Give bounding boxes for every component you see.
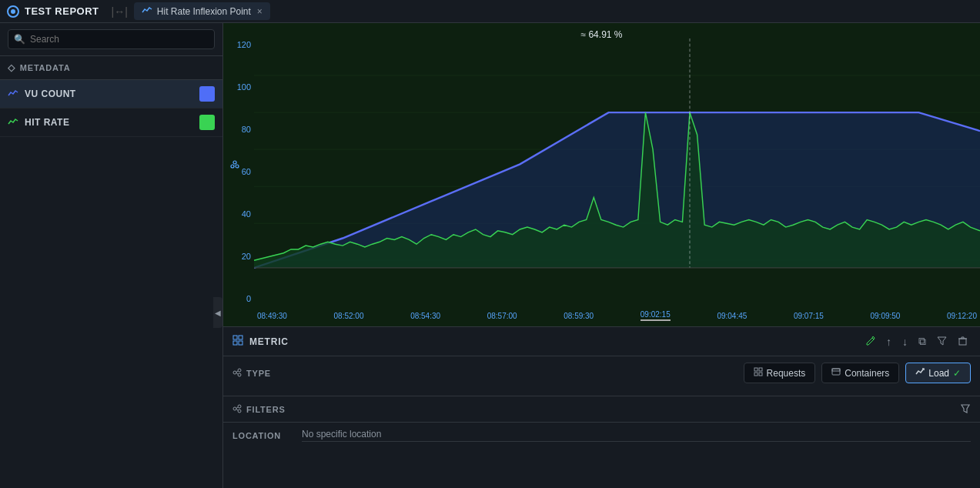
- hit-rate-icon: [8, 116, 18, 129]
- logo-icon: [6, 5, 20, 18]
- svg-point-22: [233, 371, 236, 374]
- requests-btn-label: Requests: [767, 368, 806, 379]
- x-axis: 08:49:30 08:52:00 08:54:30 08:57:00 08:5…: [254, 305, 980, 326]
- x-label-6: 09:04:45: [717, 312, 747, 320]
- chart-area: ≈ 64.91 % 0 20 40 60 80 100 120: [223, 23, 980, 488]
- x-label-5: 09:02:15: [641, 310, 671, 321]
- metadata-label: METADATA: [20, 63, 71, 72]
- sidebar-bottom: ◀: [0, 137, 222, 488]
- panel-type-section: TYPE Requests Con: [223, 356, 980, 396]
- chart-svg-wrapper: [254, 38, 980, 305]
- collapse-handle[interactable]: ◀: [213, 297, 222, 328]
- svg-rect-17: [233, 341, 237, 345]
- panel-metric-label: METRIC: [249, 336, 289, 347]
- metric-icon: [232, 335, 243, 348]
- filter-right-icon[interactable]: [960, 403, 971, 416]
- panel-type-label: TYPE: [246, 369, 271, 378]
- copy-icon[interactable]: ⧉: [915, 333, 929, 349]
- load-check-icon: ✓: [953, 368, 961, 379]
- svg-rect-15: [233, 336, 237, 339]
- requests-btn-icon: [754, 367, 763, 379]
- metadata-icon: ◇: [8, 62, 15, 73]
- svg-rect-29: [754, 373, 758, 376]
- vu-count-label: VU COUNT: [25, 89, 199, 99]
- panel-icon-group: ↑ ↓ ⧉: [862, 333, 971, 349]
- download-icon[interactable]: ↓: [899, 334, 911, 349]
- filters-label: FILTERS: [246, 405, 286, 414]
- panel-type-title: TYPE: [232, 368, 271, 379]
- tab-label: Hit Rate Inflexion Point: [157, 6, 251, 17]
- sidebar: 🔍 ◇ METADATA VU COUNT HIT RATE: [0, 23, 223, 488]
- svg-point-23: [238, 369, 241, 372]
- sidebar-item-metadata[interactable]: ◇ METADATA: [0, 56, 222, 80]
- tab-icon: [142, 5, 152, 18]
- panel-type-header: TYPE Requests Con: [232, 363, 971, 383]
- bottom-panel: METRIC ↑ ↓ ⧉: [223, 326, 980, 488]
- svg-line-26: [236, 373, 238, 374]
- hit-rate-label: HIT RATE: [25, 117, 199, 128]
- header-bar: TEST REPORT |↔| Hit Rate Inflexion Point…: [0, 0, 980, 23]
- hit-rate-color: [199, 115, 215, 130]
- type-buttons-group: Requests Containers Load: [744, 363, 971, 383]
- svg-point-24: [238, 373, 241, 376]
- x-label-8: 09:09:50: [871, 312, 901, 320]
- svg-rect-20: [959, 339, 966, 345]
- y-label-120: 120: [226, 40, 251, 49]
- x-label-4: 08:59:30: [564, 312, 594, 320]
- panel-metric-header: METRIC ↑ ↓ ⧉: [223, 327, 980, 356]
- svg-line-36: [236, 407, 238, 409]
- panel-metric-label-group: METRIC: [232, 335, 289, 348]
- x-label-2: 08:54:30: [410, 312, 440, 320]
- x-label-7: 09:07:15: [794, 312, 824, 320]
- app-title: TEST REPORT: [25, 5, 99, 17]
- tab-hit-rate[interactable]: Hit Rate Inflexion Point ×: [134, 2, 270, 20]
- svg-point-1: [11, 9, 15, 14]
- svg-line-37: [236, 409, 238, 410]
- load-button[interactable]: Load ✓: [905, 363, 971, 383]
- svg-rect-30: [759, 373, 762, 376]
- y-label-60: 60: [226, 167, 251, 176]
- containers-btn-label: Containers: [845, 368, 889, 379]
- tab-separator: |↔|: [112, 5, 128, 18]
- svg-rect-18: [239, 341, 242, 345]
- x-label-0: 08:49:30: [257, 312, 287, 320]
- x-label-9: 09:12:20: [947, 312, 977, 320]
- svg-line-25: [236, 371, 238, 373]
- svg-point-35: [238, 409, 241, 413]
- edit-icon[interactable]: [862, 334, 878, 349]
- y-label-20: 20: [226, 252, 251, 261]
- requests-button[interactable]: Requests: [744, 363, 816, 383]
- upload-icon[interactable]: ↑: [883, 334, 895, 349]
- svg-rect-16: [239, 336, 242, 339]
- sidebar-search-section: 🔍: [0, 23, 222, 56]
- location-label: LOCATION: [232, 431, 302, 440]
- y-label-80: 80: [226, 125, 251, 134]
- y-axis: 0 20 40 60 80 100 120: [223, 38, 254, 305]
- svg-point-33: [233, 407, 236, 410]
- panel-filters-section: FILTERS: [223, 396, 980, 423]
- chart-container: ≈ 64.91 % 0 20 40 60 80 100 120: [223, 23, 980, 326]
- load-btn-icon: [915, 367, 925, 379]
- tab-close-button[interactable]: ×: [257, 6, 263, 17]
- delete-icon[interactable]: [955, 334, 971, 349]
- main-area: 🔍 ◇ METADATA VU COUNT HIT RATE: [0, 23, 980, 488]
- x-label-3: 08:57:00: [487, 312, 517, 320]
- containers-button[interactable]: Containers: [821, 363, 899, 383]
- filters-label-group: FILTERS: [232, 404, 286, 415]
- panel-location-section: LOCATION No specific location: [223, 423, 980, 448]
- svg-marker-38: [962, 405, 969, 413]
- sidebar-item-vu-count[interactable]: VU COUNT: [0, 80, 222, 109]
- filters-icon: [232, 404, 242, 415]
- containers-btn-icon: [831, 367, 841, 379]
- x-label-1: 08:52:00: [334, 312, 364, 320]
- svg-rect-32: [832, 369, 840, 371]
- svg-point-34: [238, 405, 241, 408]
- search-input[interactable]: [8, 29, 215, 49]
- search-icon: 🔍: [14, 34, 25, 45]
- y-label-100: 100: [226, 82, 251, 92]
- filter-icon[interactable]: [934, 334, 950, 349]
- sidebar-item-hit-rate[interactable]: HIT RATE: [0, 109, 222, 137]
- vu-count-icon: [8, 88, 18, 101]
- svg-marker-19: [938, 337, 946, 345]
- y-label-40: 40: [226, 209, 251, 219]
